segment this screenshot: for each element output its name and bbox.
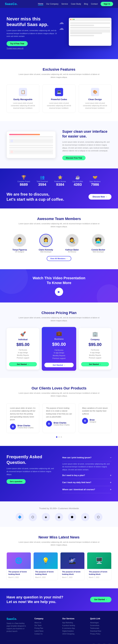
- stat-value-3: 9384: [55, 182, 66, 187]
- feature-icon-2: 💻: [55, 88, 63, 96]
- mock-icon: [10, 150, 13, 153]
- pricing-section: Choose Pricing Plan Lorem ipsum dolor si…: [0, 302, 118, 378]
- pricing-feat-2-4: Premium support: [44, 357, 74, 359]
- social-twitter-icon[interactable]: t: [97, 643, 101, 644]
- footer-link-company-2[interactable]: Our Team: [34, 624, 56, 626]
- news-card-4[interactable]: 🖥️ The purpose of lorem looking block Ma…: [87, 552, 112, 580]
- mock-bar: [9, 138, 53, 144]
- feature-card-2: 💻 Powerful Codes Lorem ipsum dolor sit a…: [43, 84, 75, 113]
- dot-2[interactable]: [58, 436, 60, 438]
- faq-item-4[interactable]: Where can I download all courses? +: [62, 486, 112, 493]
- play-button[interactable]: ▶: [55, 288, 63, 296]
- dot-1[interactable]: [56, 436, 57, 438]
- faq-cta-button[interactable]: Get a question: [6, 479, 26, 484]
- interface-visual: [6, 131, 56, 158]
- faq-item-2[interactable]: Do I need to buy a plan? +: [62, 472, 112, 479]
- news-date-4: March 7, 2022: [89, 576, 110, 578]
- faq-item-3[interactable]: Can I track my daily limit here? +: [62, 479, 112, 486]
- stat-value-2: 3594: [37, 182, 48, 187]
- team-subtitle: Lorem ipsum dolor sit amet, consectetur …: [18, 222, 100, 228]
- footer-link-service-2[interactable]: A product landing: [62, 624, 84, 626]
- dot-3[interactable]: [61, 436, 62, 438]
- signin-button[interactable]: Sign In: [101, 2, 113, 6]
- footer-link-service-1[interactable]: App Marketing: [62, 622, 84, 624]
- mock-row: [9, 136, 53, 138]
- stat-value-1: 8689: [17, 182, 30, 187]
- video-content: Watch This Video Presentation To Know Mo…: [33, 276, 85, 296]
- pricing-btn-1[interactable]: Get Started →: [9, 362, 37, 366]
- footer-link-company-4[interactable]: Latest News: [34, 630, 56, 632]
- pricing-grid: 🚀 Individual $85.00 Full Access In-app d…: [6, 328, 112, 370]
- bar-text: [74, 30, 109, 32]
- footer-desc: Saasly is a Saas landing page template d…: [6, 622, 28, 633]
- stat-icon-5: 🤝: [89, 175, 101, 180]
- team-more-button[interactable]: View All Members →: [47, 256, 71, 261]
- feature-icon-1: 📋: [19, 88, 27, 96]
- team-more: View All Members →: [6, 256, 112, 261]
- news-card-2[interactable]: 💡 The purpose of lorem looking block Mar…: [33, 552, 58, 580]
- interface-cta-button[interactable]: Discover Free Trial: [62, 156, 86, 160]
- cta-button[interactable]: Get Started →: [90, 597, 112, 602]
- faq-toggle-4: +: [110, 488, 112, 491]
- social-instagram-icon[interactable]: in: [102, 643, 106, 644]
- video-bg-shape-2: [97, 284, 118, 302]
- footer-link-service-4[interactable]: Digital Analytics: [62, 630, 84, 632]
- nav-case[interactable]: Case Study: [71, 3, 81, 5]
- footer-link-quick-1[interactable]: Advantages: [90, 622, 112, 624]
- faq-right: How can I print looking ipsum? − Lorem i…: [62, 454, 112, 493]
- pricing-btn-2[interactable]: Get Started →: [44, 363, 74, 367]
- pricing-subtitle: Lorem ipsum dolor sit amet, consectetur …: [18, 316, 100, 322]
- hero-cta-button[interactable]: Try it Free Trial: [6, 41, 28, 46]
- video-section: Watch This Video Presentation To Know Mo…: [0, 269, 118, 302]
- news-title-2: The purpose of lorem looking block: [35, 570, 56, 576]
- footer-link-company-3[interactable]: Pricing Plan: [34, 627, 56, 629]
- testimonial-name-1: Brian Charles: [17, 424, 34, 427]
- stat-icon-1: 🏆: [17, 175, 30, 180]
- pricing-btn-3[interactable]: Get Started →: [81, 362, 109, 366]
- pricing-feat-3-2: In-app design: [81, 352, 109, 354]
- footer-link-service-3[interactable]: E-commerce App: [62, 627, 84, 629]
- footer-link-service-5[interactable]: UI/UX Designing: [62, 633, 84, 635]
- nav-contact[interactable]: Contact: [91, 3, 98, 5]
- stat-value-5: 7986: [89, 182, 101, 187]
- footer-logo: SaasCo.: [6, 618, 28, 620]
- pricing-icon-2: 💼: [44, 330, 74, 336]
- social-facebook-icon[interactable]: f: [92, 643, 96, 644]
- nav-company[interactable]: Our Company: [46, 3, 59, 5]
- cta-text: Have any question in your mind? Let us n…: [6, 595, 63, 604]
- footer-link-quick-4[interactable]: Download Now: [90, 630, 112, 632]
- stats-cta-button[interactable]: Discuss Now →: [89, 194, 112, 200]
- news-title-4: The purpose of lorem looking block: [89, 570, 110, 576]
- nav-service[interactable]: Service: [61, 3, 68, 5]
- hero-link[interactable]: Trusted ipsum apps elit: [6, 48, 59, 49]
- browser-line: [70, 22, 110, 24]
- footer-link-company-1[interactable]: About Us: [34, 622, 56, 624]
- nav-blog[interactable]: Blog: [84, 3, 88, 5]
- feature-desc-3: Lorem ipsum dolor sit amet consectetur a…: [81, 102, 109, 109]
- hero-headline: Never miss this beautiful Saas app.: [6, 16, 59, 27]
- stat-icon-3: ⭐: [55, 175, 66, 180]
- faq-item-1[interactable]: How can I print looking ipsum? −: [62, 454, 112, 461]
- nav-home[interactable]: Home: [38, 3, 43, 5]
- stats-cta-title: We are free to discuss, Let's start with…: [6, 192, 64, 202]
- stats-cta: We are free to discuss, Let's start with…: [6, 192, 112, 202]
- footer-link-quick-2[interactable]: Screenshots: [90, 624, 112, 626]
- testimonial-dots: [6, 436, 112, 438]
- testimonial-info-1: Brian Charles Charles Brian Charles: [17, 424, 34, 428]
- feature-title-3: Clean Design: [81, 98, 109, 100]
- footer-link-quick-5[interactable]: Privacy Policy: [90, 633, 112, 635]
- testimonial-1: Lorem ipsum dolor sit amet, it is a cons…: [6, 403, 39, 433]
- footer-link-quick-3[interactable]: Testimonials: [90, 627, 112, 629]
- testimonial-3: Many variations of Lorem Ipsum available…: [79, 403, 112, 433]
- pricing-feat-1-1: Full Access: [9, 349, 37, 351]
- stat-icon-4: ☕: [72, 175, 83, 180]
- pricing-feat-1-4: Premium support: [9, 357, 37, 359]
- testimonial-author-3: B Brian Designer: [82, 418, 108, 424]
- faq-body: Lorem ipsum dolor sit amet, consectetur …: [6, 467, 56, 476]
- pricing-label-3: Company: [81, 338, 109, 341]
- social-linkedin-icon[interactable]: li: [108, 643, 112, 644]
- news-card-1[interactable]: 🌐 The purpose of lorem looking block Mar…: [6, 552, 31, 580]
- testimonial-text-2: The purpose of lorem looking block is to…: [46, 407, 72, 418]
- news-card-3[interactable]: 🌌 The purpose of lorem looking block Mar…: [60, 552, 85, 580]
- footer-link-company-5[interactable]: Contact Us: [34, 633, 56, 635]
